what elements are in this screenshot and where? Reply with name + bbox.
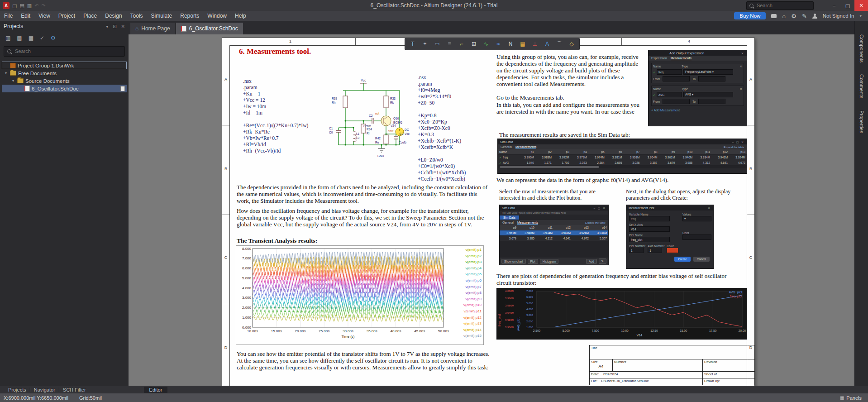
buy-now-button[interactable]: Buy Now — [734, 12, 766, 19]
tab-label: 6_Oscillator.SchDoc — [189, 25, 238, 32]
panel-menu-icon[interactable]: ▾ — [106, 24, 108, 29]
menu-reports[interactable]: Reports — [176, 11, 203, 21]
tree-item-6-oscillator-schdoc[interactable]: 6_Oscillator.SchDoc — [2, 85, 127, 92]
new-document-icon[interactable]: ▢ — [12, 3, 17, 9]
search-input[interactable] — [756, 2, 803, 9]
pin-icon[interactable]: ⊡ — [113, 24, 116, 29]
documents-icon[interactable]: ▦ — [29, 35, 33, 41]
editor-tab[interactable]: Editor — [144, 387, 168, 393]
net-label-tool[interactable]: N — [505, 39, 516, 49]
menu-edit[interactable]: Edit — [17, 11, 34, 21]
edit-icon: ✎ — [599, 258, 606, 264]
align-tool[interactable]: ≡ — [444, 39, 455, 49]
move-tool[interactable]: + — [419, 39, 431, 49]
expand-arrow-icon[interactable]: ▾ — [11, 79, 15, 83]
minimize-button[interactable]: – — [827, 0, 841, 11]
tree-item-project-group-1-dsnwrk[interactable]: Project Group 1.DsnWrk — [2, 62, 127, 69]
edit-icon[interactable]: ✎ — [802, 13, 807, 19]
projects-search-box[interactable] — [4, 46, 125, 57]
wire-tool[interactable]: ∿ — [480, 39, 492, 49]
column-header: p5 — [588, 150, 606, 153]
sim-data-window-screenshot: Sim Data– ▢ ✕File Edit View Project Tool… — [499, 205, 609, 265]
open-icon[interactable]: ▤ — [19, 3, 24, 9]
save-all-icon[interactable]: ▥ — [5, 35, 10, 41]
value-cell: 3.946M — [518, 231, 536, 234]
column-header: p11 — [536, 226, 554, 229]
x-tick-label: 2.500 — [533, 329, 541, 332]
schematic-label: C1 — [329, 127, 333, 130]
mini-tab-measurements: Measurements — [517, 221, 538, 225]
panel-tab-components[interactable]: Components — [859, 34, 864, 62]
tab-home-page[interactable]: ⌂Home Page — [130, 23, 175, 34]
home-icon[interactable]: ⌂ — [782, 13, 786, 19]
zone-tick — [222, 125, 229, 125]
save-icon[interactable]: ▥ — [27, 3, 32, 9]
menu-help[interactable]: Help — [231, 11, 250, 21]
text-cursor-tool[interactable]: T — [407, 39, 419, 49]
menu-tools[interactable]: Tools — [126, 11, 147, 21]
tree-item-free-documents[interactable]: ▾Free Documents — [2, 69, 127, 77]
maximize-button[interactable]: ▢ — [841, 0, 854, 11]
arc-tool[interactable]: ⌒ — [553, 39, 565, 49]
paragraph: We can represent the data in the form of… — [496, 177, 741, 183]
menu-design[interactable]: Design — [101, 11, 126, 21]
panels-button[interactable]: ▦ Panels — [836, 395, 865, 401]
bottom-tab-navigator[interactable]: Navigator — [30, 387, 59, 392]
measurement-type-dropdown: FrequencyLastPoint ▾ — [683, 69, 733, 75]
undo-icon[interactable]: ↶ — [34, 3, 38, 9]
close-panel-icon[interactable]: ✕ — [121, 24, 125, 29]
schematic-label: C0 — [329, 131, 333, 134]
tab-6-oscillator-schdoc[interactable]: 6_Oscillator.SchDoc — [176, 23, 243, 34]
close-button[interactable]: ✕ — [854, 0, 868, 11]
tree-item-label: 6_Oscillator.SchDoc — [32, 86, 79, 91]
legend-item: v(emit) p13 — [463, 321, 482, 327]
open-project-icon[interactable]: ▤ — [17, 35, 22, 41]
grid-tool[interactable]: ⊞ — [468, 39, 480, 49]
panel-settings-icon[interactable]: ⚙ — [51, 35, 56, 41]
column-header: p4 — [571, 150, 588, 153]
field-label: Values — [682, 213, 711, 216]
global-search[interactable] — [746, 1, 814, 10]
text-string-tool[interactable]: A — [541, 39, 553, 49]
schematic-label: GND — [377, 154, 384, 158]
polygon-tool[interactable]: ◇ — [566, 39, 577, 49]
mini-window-titlebar: Sim Data– ▢ ✕ — [500, 205, 608, 211]
value-cell: 3.679 — [500, 237, 518, 240]
measure-tool[interactable]: ⌐ — [456, 39, 467, 49]
group-header: NameType✕ — [653, 87, 742, 91]
sign-in-button[interactable]: Not Signed In — [823, 13, 854, 19]
check-icon: ✓ — [499, 161, 501, 164]
value-cell: 2.033 — [571, 161, 588, 164]
tree-item-source-documents[interactable]: ▾Source Documents — [2, 77, 127, 85]
zone-tick — [355, 38, 356, 45]
bottom-tab-sch-filter[interactable]: SCH Filter — [59, 387, 90, 392]
schematic-canvas[interactable]: 6. Measurements tool. .nsx .param +Ku = … — [129, 34, 854, 386]
menu-file[interactable]: File — [0, 11, 17, 21]
part-tool[interactable]: ▤ — [517, 39, 529, 49]
menu-bar: FileEditViewProjectPlaceDesignToolsSimul… — [0, 11, 868, 21]
feedback-icon[interactable] — [771, 14, 777, 18]
select-area-tool[interactable]: ▭ — [431, 39, 443, 49]
bus-tool[interactable]: ≈ — [492, 39, 504, 49]
power-port-tool[interactable]: ⊥ — [529, 39, 541, 49]
y-tick-label: 2.000 — [242, 306, 252, 310]
home-icon: ⌂ — [135, 25, 138, 32]
x-tick-label: 17.50 — [709, 329, 717, 332]
menu-simulate[interactable]: Simulate — [147, 11, 176, 21]
menu-place[interactable]: Place — [79, 11, 101, 21]
gear-icon[interactable]: ⚙ — [791, 13, 796, 19]
expand-arrow-icon[interactable]: ▾ — [4, 71, 8, 75]
menu-window[interactable]: Window — [203, 11, 231, 21]
panel-tab-properties[interactable]: Properties — [859, 110, 864, 133]
bottom-tab-projects[interactable]: Projects — [5, 387, 30, 392]
value-cell: 4.312 — [536, 237, 554, 240]
mini-window-buttons: – ▢ ✕ — [594, 206, 606, 210]
y-tick-label: 4.000M — [505, 290, 514, 292]
projects-search-input[interactable] — [14, 48, 106, 54]
panel-tab-comments[interactable]: Comments — [859, 74, 864, 98]
color-swatch — [667, 248, 678, 253]
menu-view[interactable]: View — [34, 11, 54, 21]
menu-project[interactable]: Project — [54, 11, 79, 21]
validate-icon[interactable]: ✓ — [40, 35, 44, 41]
redo-icon[interactable]: ↷ — [41, 3, 45, 9]
